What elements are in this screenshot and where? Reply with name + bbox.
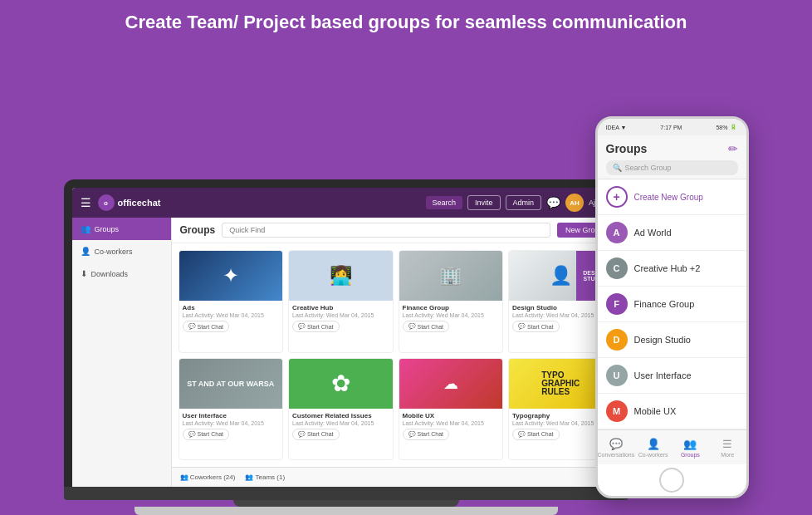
phone-home-button[interactable]: [659, 468, 684, 493]
logo-text: officechat: [118, 198, 161, 208]
hamburger-icon[interactable]: ☰: [81, 196, 91, 209]
card-info-customer: Customer Related Issues Last Activity: W…: [289, 409, 393, 444]
avatar-design: D: [606, 329, 628, 351]
sidebar-downloads-label: Downloads: [91, 270, 129, 278]
admin-button[interactable]: Admin: [506, 195, 542, 210]
start-chat-typography[interactable]: 💬 Start Chat: [512, 429, 560, 440]
phone: IDEA ▼ 7:17 PM 58% 🔋 Groups ✏ 🔍 Search G…: [595, 116, 749, 498]
quick-find-input[interactable]: [222, 223, 550, 238]
search-button[interactable]: Search: [426, 196, 463, 209]
more-tab-icon: ☰: [722, 438, 732, 450]
tab-coworkers-label: Co-workers: [638, 452, 668, 458]
laptop-bottom-bar: [135, 507, 558, 515]
user-avatar[interactable]: AH: [565, 194, 584, 212]
card-activity-mobile: Last Activity: Wed Mar 04, 2015: [403, 420, 500, 426]
chat-icon-design: 💬: [518, 323, 526, 330]
chat-icon[interactable]: 💬: [546, 196, 560, 209]
group-card-creative[interactable]: 👩‍💻 Creative Hub Last Activity: Wed Mar …: [288, 250, 394, 353]
phone-item-design[interactable]: D Design Studio: [598, 322, 746, 358]
group-card-ads[interactable]: ✦ Ads Last Activity: Wed Mar 04, 2015 💬 …: [179, 250, 284, 353]
group-card-mobile[interactable]: ☁ Mobile UX Last Activity: Wed Mar 04, 2…: [399, 358, 504, 461]
phone-item-finance[interactable]: F Finance Group: [598, 287, 746, 322]
app-body: 👥 Groups 👤 Co-workers ⬇ Downloads: [72, 218, 620, 487]
avatar-ui: U: [606, 365, 628, 386]
logo-icon: o: [98, 194, 115, 211]
phone-app-header: Groups ✏ 🔍 Search Group: [598, 135, 746, 179]
phone-search[interactable]: 🔍 Search Group: [606, 160, 738, 175]
item-name-ui: User Interface: [634, 370, 692, 380]
card-info-ui: User Interface Last Activity: Wed Mar 04…: [179, 409, 283, 444]
group-card-customer[interactable]: ✿ Customer Related Issues Last Activity:…: [288, 358, 394, 461]
phone-tab-conversations[interactable]: 💬 Conversations: [598, 430, 635, 464]
phone-item-mobile[interactable]: M Mobile UX: [598, 394, 746, 429]
item-name-finance: Finance Group: [634, 299, 695, 309]
person-icon: 👤: [550, 265, 572, 287]
start-chat-creative[interactable]: 💬 Start Chat: [292, 321, 340, 332]
card-image-creative: 👩‍💻: [289, 251, 393, 301]
card-activity-ads: Last Activity: Wed Mar 04, 2015: [183, 312, 280, 318]
card-name-finance: Finance Group: [403, 304, 500, 311]
item-name-design: Design Studio: [634, 335, 692, 345]
groups-icon: 👥: [81, 224, 90, 233]
phone-item-ui[interactable]: U User Interface: [598, 358, 746, 394]
downloads-icon: ⬇: [81, 269, 87, 278]
group-card-finance[interactable]: 🏢 Finance Group Last Activity: Wed Mar 0…: [399, 250, 504, 353]
start-chat-finance[interactable]: 💬 Start Chat: [403, 321, 450, 332]
card-info-ads: Ads Last Activity: Wed Mar 04, 2015 💬 St…: [179, 301, 283, 336]
start-chat-ui[interactable]: 💬 Start Chat: [183, 429, 230, 440]
sidebar-item-coworkers[interactable]: 👤 Co-workers: [72, 240, 171, 262]
phone-status-bar: IDEA ▼ 7:17 PM 58% 🔋: [598, 119, 746, 135]
sidebar-item-downloads[interactable]: ⬇ Downloads: [72, 262, 171, 285]
card-name-ui: User Interface: [183, 412, 280, 419]
app-header: ☰ o officechat Search Invite Admin 💬 AH …: [72, 188, 620, 218]
laptop-body: ☰ o officechat Search Invite Admin 💬 AH …: [64, 179, 629, 487]
phone-search-placeholder: Search Group: [625, 164, 672, 172]
start-chat-ads[interactable]: 💬 Start Chat: [183, 321, 230, 332]
card-activity-customer: Last Activity: Wed Mar 04, 2015: [292, 420, 389, 426]
card-name-customer: Customer Related Issues: [292, 412, 389, 419]
sidebar-groups-label: Groups: [95, 225, 120, 233]
chat-icon-customer: 💬: [298, 431, 306, 438]
phone-edit-icon[interactable]: ✏: [728, 142, 738, 155]
invite-button[interactable]: Invite: [467, 195, 501, 210]
card-image-customer: ✿: [289, 359, 393, 409]
phone-tab-coworkers[interactable]: 👤 Co-workers: [634, 430, 672, 464]
phone-title: Groups: [606, 142, 648, 155]
card-name-ads: Ads: [183, 304, 280, 311]
phone-battery: 58% 🔋: [716, 124, 737, 130]
teams-count: 👥 Teams (1): [245, 473, 285, 481]
avatar-finance: F: [606, 293, 628, 315]
phone-item-adworld[interactable]: A Ad World: [598, 215, 746, 251]
group-card-ui[interactable]: ST AND AT OUR WARSA User Interface Last …: [179, 358, 284, 461]
start-chat-mobile[interactable]: 💬 Start Chat: [403, 429, 450, 440]
sidebar-item-groups[interactable]: 👥 Groups: [72, 218, 171, 240]
create-group-row[interactable]: + Create New Group: [598, 179, 746, 215]
laptop: ☰ o officechat Search Invite Admin 💬 AH …: [64, 179, 629, 515]
card-image-mobile: ☁: [399, 359, 503, 409]
tab-conversations-label: Conversations: [598, 452, 635, 458]
avatar-creative: C: [606, 258, 628, 279]
phone-search-icon: 🔍: [613, 164, 622, 172]
phone-tab-groups[interactable]: 👥 Groups: [672, 430, 709, 464]
chat-icon-creative: 💬: [298, 323, 306, 330]
item-name-mobile: Mobile UX: [634, 406, 677, 416]
card-image-ui: ST AND AT OUR WARSA: [179, 359, 283, 409]
main-panel: Groups New Group ✦: [172, 218, 620, 487]
sidebar: 👥 Groups 👤 Co-workers ⬇ Downloads: [72, 218, 172, 487]
create-group-icon: +: [606, 186, 628, 208]
start-chat-design[interactable]: 💬 Start Chat: [512, 321, 560, 332]
panel-title: Groups: [180, 224, 216, 236]
cloud-icon: ☁: [443, 375, 458, 393]
coworkers-icon: 👤: [81, 247, 90, 256]
coworkers-count: 👥 Coworkers (24): [180, 473, 236, 481]
phone-item-creative[interactable]: C Creative Hub +2: [598, 251, 746, 287]
phone-footer: 💬 Conversations 👤 Co-workers 👥 Groups ☰ …: [598, 429, 746, 464]
flower-icon: ✿: [331, 370, 350, 397]
people-icon: 👩‍💻: [330, 265, 352, 287]
phone-tab-more[interactable]: ☰ More: [709, 430, 746, 464]
card-activity-finance: Last Activity: Wed Mar 04, 2015: [403, 312, 500, 318]
start-chat-customer[interactable]: 💬 Start Chat: [292, 429, 340, 440]
chat-icon-ui: 💬: [188, 431, 196, 438]
card-activity-ui: Last Activity: Wed Mar 04, 2015: [183, 420, 280, 426]
app-logo: o officechat: [98, 194, 161, 211]
